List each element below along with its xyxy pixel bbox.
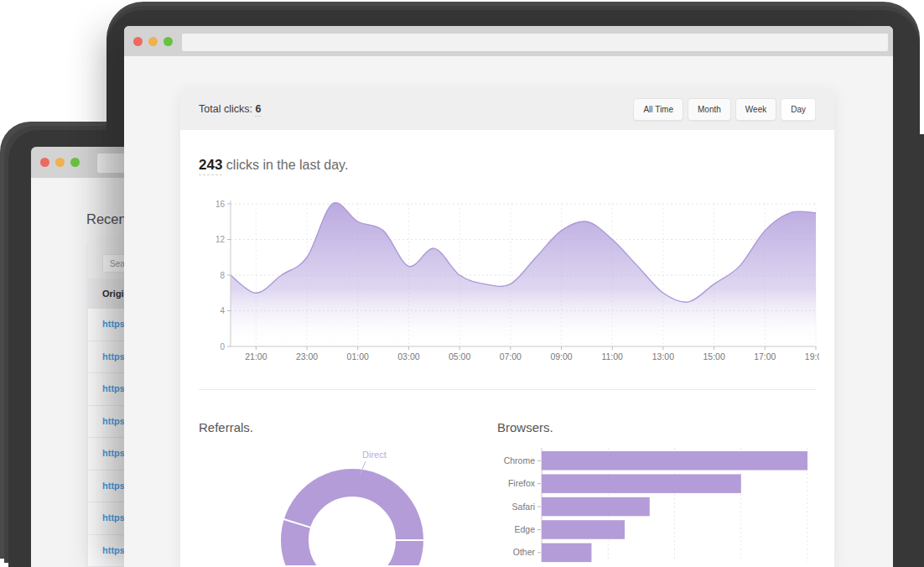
maximize-window-icon[interactable] [164, 37, 173, 46]
analytics-card-header: Total clicks: 6 All TimeMonthWeekDay [180, 88, 834, 130]
front-browser-window: Total clicks: 6 All TimeMonthWeekDay 243… [124, 26, 893, 567]
svg-text:Firefox: Firefox [508, 478, 536, 488]
svg-text:16: 16 [215, 200, 226, 209]
svg-text:Edge: Edge [514, 524, 535, 534]
browsers-section: Browsers. ChromeFirefoxSafariEdgeOther [497, 420, 816, 565]
analytics-page: Total clicks: 6 All TimeMonthWeekDay 243… [124, 56, 893, 567]
filter-button-month[interactable]: Month [688, 98, 731, 121]
time-filter-group: All TimeMonthWeekDay [633, 98, 816, 121]
analytics-card: Total clicks: 6 All TimeMonthWeekDay 243… [180, 88, 834, 567]
total-clicks-label: Total clicks: 6 [199, 103, 261, 115]
analytics-card-body: 243 clicks in the last day. 048121621:00… [180, 130, 834, 565]
svg-text:19:00: 19:00 [805, 351, 819, 362]
svg-text:07:00: 07:00 [500, 351, 522, 362]
svg-text:0: 0 [220, 342, 225, 351]
clicks-area-chart: 048121621:0023:0001:0003:0005:0007:0009:… [199, 197, 819, 362]
minimize-window-icon[interactable] [148, 37, 158, 46]
browsers-title: Browsers. [497, 420, 816, 434]
svg-text:8: 8 [220, 271, 225, 280]
svg-text:4: 4 [220, 306, 225, 315]
front-browser-toolbar [124, 26, 893, 56]
maximize-window-icon[interactable] [70, 158, 80, 167]
svg-text:Safari: Safari [512, 502, 535, 512]
referrals-section: Referrals. Direct [199, 420, 497, 565]
svg-text:Direct: Direct [362, 450, 387, 460]
svg-text:09:00: 09:00 [550, 351, 572, 362]
svg-text:03:00: 03:00 [397, 351, 419, 362]
minimize-window-icon[interactable] [55, 158, 65, 167]
section-divider [199, 389, 816, 390]
clicks-count: 243 [199, 157, 222, 175]
referrals-title: Referrals. [199, 420, 497, 434]
svg-text:21:00: 21:00 [245, 351, 267, 362]
filter-button-week[interactable]: Week [735, 98, 776, 121]
screenshot-stage: Recent Origin https://https://https://ht… [0, 0, 924, 567]
svg-text:23:00: 23:00 [296, 351, 318, 362]
close-window-icon[interactable] [40, 158, 49, 167]
front-browser-frame-right [893, 134, 924, 567]
svg-text:Other: Other [513, 547, 536, 557]
svg-text:17:00: 17:00 [754, 351, 776, 362]
referrals-donut-chart: Direct [252, 446, 453, 565]
svg-text:01:00: 01:00 [347, 351, 369, 362]
clicks-headline-text: clicks in the last day. [226, 158, 349, 172]
total-clicks-text: Total clicks: [199, 103, 252, 115]
svg-text:05:00: 05:00 [449, 351, 470, 362]
svg-text:12: 12 [215, 235, 226, 244]
svg-text:15:00: 15:00 [703, 351, 724, 362]
filter-button-day[interactable]: Day [781, 98, 816, 121]
filter-button-all-time[interactable]: All Time [633, 98, 683, 121]
close-window-icon[interactable] [133, 37, 143, 46]
svg-text:Chrome: Chrome [504, 455, 536, 466]
browsers-bar-chart: ChromeFirefoxSafariEdgeOther [497, 445, 816, 564]
clicks-headline: 243 clicks in the last day. [199, 157, 816, 174]
total-clicks-value: 6 [255, 103, 261, 117]
front-url-bar[interactable] [182, 34, 888, 51]
svg-text:11:00: 11:00 [601, 351, 623, 362]
svg-text:13:00: 13:00 [652, 351, 674, 362]
